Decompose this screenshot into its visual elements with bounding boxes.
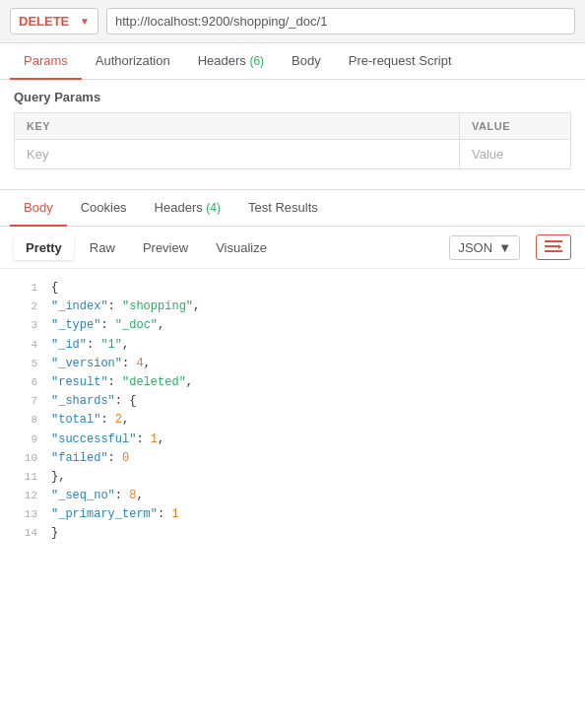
code-line: 1{	[0, 279, 585, 298]
line-number: 14	[10, 525, 37, 543]
token: 1	[171, 507, 178, 521]
line-content: "failed": 0	[51, 449, 129, 468]
fmt-raw[interactable]: Raw	[78, 235, 127, 260]
token: "failed"	[51, 451, 108, 465]
json-format-select[interactable]: JSON ▼	[449, 235, 520, 260]
code-line: 14}	[0, 524, 585, 543]
token: ,	[193, 299, 200, 313]
line-content: "result": "deleted",	[51, 373, 193, 392]
code-line: 6 "result": "deleted",	[0, 373, 585, 392]
code-line: 12 "_seq_no": 8,	[0, 487, 585, 505]
token: :	[87, 338, 100, 352]
key-cell[interactable]: Key	[15, 140, 460, 169]
tab-body[interactable]: Body	[278, 43, 335, 80]
token: :	[158, 507, 171, 521]
resp-tab-headers[interactable]: Headers (4)	[141, 190, 234, 227]
tab-authorization[interactable]: Authorization	[82, 43, 184, 80]
resp-tab-cookies[interactable]: Cookies	[67, 190, 141, 227]
line-content: {	[51, 279, 58, 298]
svg-rect-1	[545, 245, 558, 247]
fmt-preview[interactable]: Preview	[131, 235, 200, 260]
line-content: "_shards": {	[51, 392, 136, 411]
tab-pre-request-script[interactable]: Pre-request Script	[335, 43, 466, 80]
code-line: 13 "_primary_term": 1	[0, 505, 585, 524]
line-content: },	[51, 468, 65, 487]
method-arrow-icon: ▼	[80, 16, 90, 27]
token: :	[136, 432, 150, 446]
line-number: 4	[10, 337, 37, 355]
line-number: 11	[10, 469, 37, 487]
method-select[interactable]: DELETE ▼	[10, 8, 98, 34]
token: {	[51, 281, 58, 295]
token: ,	[186, 375, 193, 389]
code-line: 11 },	[0, 468, 585, 487]
token: "result"	[51, 375, 108, 389]
method-label: DELETE	[19, 14, 69, 29]
token: 4	[136, 357, 143, 370]
line-number: 12	[10, 488, 37, 505]
token: 0	[122, 451, 129, 465]
token: }	[51, 526, 58, 540]
svg-rect-2	[545, 250, 562, 252]
line-content: "_type": "_doc",	[51, 316, 164, 335]
token: "_primary_term"	[51, 507, 158, 521]
line-content: }	[51, 524, 58, 543]
line-content: "_seq_no": 8,	[51, 487, 144, 505]
token: "successful"	[51, 432, 136, 446]
token: :	[108, 299, 122, 313]
token: "_version"	[51, 357, 122, 370]
line-content: "_index": "shopping",	[51, 298, 200, 316]
code-line: 3 "_type": "_doc",	[0, 316, 585, 335]
wrap-button[interactable]	[536, 234, 571, 260]
fmt-pretty[interactable]: Pretty	[14, 235, 74, 260]
table-row: Key Value	[15, 140, 571, 169]
token: ,	[144, 357, 151, 370]
token: ,	[122, 413, 129, 427]
token: : {	[115, 394, 137, 408]
token: "1"	[100, 338, 122, 352]
code-line: 4 "_id": "1",	[0, 336, 585, 355]
token: "deleted"	[122, 375, 186, 389]
json-format-arrow-icon: ▼	[498, 240, 511, 255]
line-content: "_primary_term": 1	[51, 505, 179, 524]
tab-params[interactable]: Params	[10, 43, 82, 80]
value-cell[interactable]: Value	[460, 140, 571, 169]
params-table: KEY VALUE Key Value	[14, 112, 571, 169]
tab-headers[interactable]: Headers (6)	[184, 43, 278, 80]
line-number: 8	[10, 412, 37, 430]
token: "shopping"	[122, 299, 193, 313]
token: "_doc"	[115, 318, 158, 332]
query-params-section: Query Params KEY VALUE Key Value	[0, 80, 585, 169]
line-content: "_version": 4,	[51, 355, 151, 373]
resp-tab-test-results[interactable]: Test Results	[234, 190, 332, 227]
token: ,	[158, 432, 164, 446]
line-content: "successful": 1,	[51, 430, 164, 449]
line-number: 2	[10, 298, 37, 316]
token: 1	[151, 432, 158, 446]
url-input[interactable]	[106, 8, 575, 34]
code-line: 8 "total": 2,	[0, 411, 585, 430]
line-number: 6	[10, 374, 37, 392]
fmt-visualize[interactable]: Visualize	[204, 235, 279, 260]
svg-rect-0	[545, 240, 562, 242]
token: "_seq_no"	[51, 489, 115, 502]
token: ,	[158, 318, 164, 332]
token: :	[115, 489, 129, 502]
token: },	[51, 470, 65, 484]
token: ,	[122, 338, 129, 352]
code-line: 2 "_index": "shopping",	[0, 298, 585, 316]
code-line: 5 "_version": 4,	[0, 355, 585, 373]
token: "total"	[51, 413, 100, 427]
request-tabs: Params Authorization Headers (6) Body Pr…	[0, 43, 585, 80]
token: 2	[115, 413, 122, 427]
resp-tab-body[interactable]: Body	[10, 190, 67, 227]
token: "_shards"	[51, 394, 115, 408]
line-number: 3	[10, 317, 37, 335]
code-area: 1{2 "_index": "shopping",3 "_type": "_do…	[0, 269, 585, 554]
col-header-key: KEY	[15, 113, 460, 140]
wrap-icon	[545, 239, 562, 255]
code-line: 9 "successful": 1,	[0, 430, 585, 449]
line-number: 5	[10, 356, 37, 373]
line-content: "total": 2,	[51, 411, 129, 430]
url-bar: DELETE ▼	[0, 0, 585, 43]
